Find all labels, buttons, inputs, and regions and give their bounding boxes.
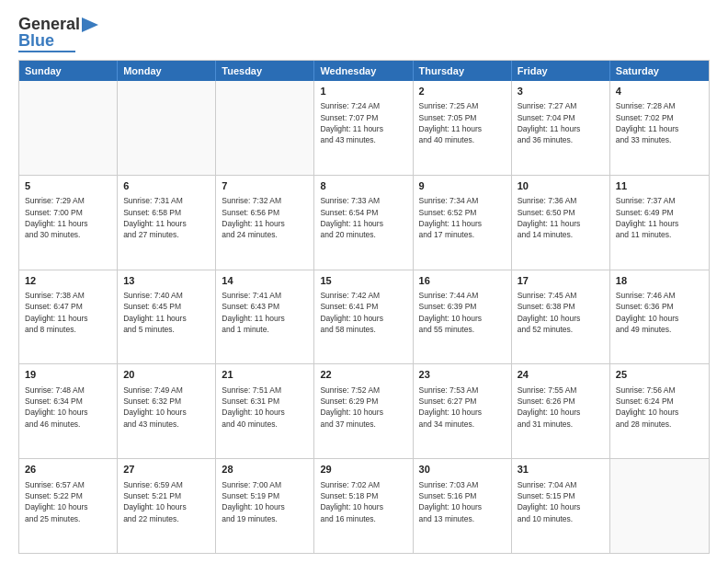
day-number: 23 (419, 368, 506, 382)
header-cell-sunday: Sunday (19, 61, 118, 81)
day-info: Sunrise: 7:00 AM Sunset: 5:19 PM Dayligh… (222, 479, 308, 524)
calendar-cell: 3Sunrise: 7:27 AM Sunset: 7:04 PM Daylig… (512, 81, 610, 175)
day-info: Sunrise: 7:29 AM Sunset: 7:00 PM Dayligh… (25, 195, 111, 240)
header-cell-tuesday: Tuesday (216, 61, 314, 81)
header-cell-wednesday: Wednesday (314, 61, 413, 81)
day-info: Sunrise: 7:25 AM Sunset: 7:05 PM Dayligh… (419, 100, 506, 145)
calendar-cell: 27Sunrise: 6:59 AM Sunset: 5:21 PM Dayli… (118, 459, 216, 553)
day-number: 5 (25, 179, 111, 193)
day-number: 17 (518, 274, 604, 288)
day-number: 3 (518, 85, 604, 98)
day-number: 29 (320, 463, 406, 477)
calendar-cell: 23Sunrise: 7:53 AM Sunset: 6:27 PM Dayli… (414, 364, 512, 458)
day-number: 20 (123, 368, 210, 382)
calendar-cell: 13Sunrise: 7:40 AM Sunset: 6:45 PM Dayli… (118, 270, 216, 364)
calendar-cell: 29Sunrise: 7:02 AM Sunset: 5:18 PM Dayli… (314, 459, 413, 553)
day-info: Sunrise: 7:33 AM Sunset: 6:54 PM Dayligh… (320, 195, 406, 240)
day-number: 2 (419, 85, 506, 98)
day-info: Sunrise: 7:04 AM Sunset: 5:15 PM Dayligh… (518, 479, 604, 524)
day-number: 25 (616, 368, 703, 382)
calendar-cell (216, 81, 314, 175)
day-info: Sunrise: 7:02 AM Sunset: 5:18 PM Dayligh… (320, 479, 406, 524)
day-info: Sunrise: 7:34 AM Sunset: 6:52 PM Dayligh… (419, 195, 506, 240)
day-number: 26 (25, 463, 111, 477)
day-number: 21 (222, 368, 308, 382)
day-number: 22 (320, 368, 406, 382)
calendar-row-4: 19Sunrise: 7:48 AM Sunset: 6:34 PM Dayli… (19, 363, 709, 458)
calendar-cell: 19Sunrise: 7:48 AM Sunset: 6:34 PM Dayli… (19, 364, 118, 458)
day-number: 15 (320, 274, 406, 288)
calendar-cell: 17Sunrise: 7:45 AM Sunset: 6:38 PM Dayli… (512, 270, 610, 364)
calendar-cell (19, 81, 118, 175)
day-info: Sunrise: 7:28 AM Sunset: 7:02 PM Dayligh… (616, 100, 703, 145)
day-number: 18 (616, 274, 703, 288)
calendar-row-2: 5Sunrise: 7:29 AM Sunset: 7:00 PM Daylig… (19, 175, 709, 270)
header: General Blue (18, 15, 710, 52)
calendar-cell: 31Sunrise: 7:04 AM Sunset: 5:15 PM Dayli… (512, 459, 610, 553)
calendar-cell: 4Sunrise: 7:28 AM Sunset: 7:02 PM Daylig… (610, 81, 709, 175)
day-info: Sunrise: 7:41 AM Sunset: 6:43 PM Dayligh… (222, 290, 308, 335)
logo-blue: Blue (18, 32, 54, 49)
calendar-row-1: 1Sunrise: 7:24 AM Sunset: 7:07 PM Daylig… (19, 81, 709, 175)
day-info: Sunrise: 7:36 AM Sunset: 6:50 PM Dayligh… (518, 195, 604, 240)
day-number: 10 (518, 179, 604, 193)
day-number: 6 (123, 179, 210, 193)
day-info: Sunrise: 6:57 AM Sunset: 5:22 PM Dayligh… (25, 479, 111, 524)
header-cell-friday: Friday (512, 61, 610, 81)
day-number: 19 (25, 368, 111, 382)
day-info: Sunrise: 7:32 AM Sunset: 6:56 PM Dayligh… (222, 195, 308, 240)
calendar-cell: 18Sunrise: 7:46 AM Sunset: 6:36 PM Dayli… (610, 270, 709, 364)
day-number: 9 (419, 179, 506, 193)
calendar-cell: 14Sunrise: 7:41 AM Sunset: 6:43 PM Dayli… (216, 270, 314, 364)
day-info: Sunrise: 7:37 AM Sunset: 6:49 PM Dayligh… (616, 195, 703, 240)
calendar-cell: 6Sunrise: 7:31 AM Sunset: 6:58 PM Daylig… (118, 176, 216, 270)
calendar-cell: 24Sunrise: 7:55 AM Sunset: 6:26 PM Dayli… (512, 364, 610, 458)
calendar-cell: 25Sunrise: 7:56 AM Sunset: 6:24 PM Dayli… (610, 364, 709, 458)
day-info: Sunrise: 6:59 AM Sunset: 5:21 PM Dayligh… (123, 479, 210, 524)
day-number: 1 (320, 85, 406, 98)
day-info: Sunrise: 7:40 AM Sunset: 6:45 PM Dayligh… (123, 290, 210, 335)
day-info: Sunrise: 7:24 AM Sunset: 7:07 PM Dayligh… (320, 100, 406, 145)
calendar-cell: 9Sunrise: 7:34 AM Sunset: 6:52 PM Daylig… (414, 176, 512, 270)
header-cell-thursday: Thursday (414, 61, 512, 81)
calendar-cell: 2Sunrise: 7:25 AM Sunset: 7:05 PM Daylig… (414, 81, 512, 175)
day-info: Sunrise: 7:27 AM Sunset: 7:04 PM Dayligh… (518, 100, 604, 145)
calendar-cell: 28Sunrise: 7:00 AM Sunset: 5:19 PM Dayli… (216, 459, 314, 553)
calendar-cell: 20Sunrise: 7:49 AM Sunset: 6:32 PM Dayli… (118, 364, 216, 458)
calendar-cell: 1Sunrise: 7:24 AM Sunset: 7:07 PM Daylig… (314, 81, 413, 175)
day-number: 24 (518, 368, 604, 382)
day-info: Sunrise: 7:38 AM Sunset: 6:47 PM Dayligh… (25, 290, 111, 335)
calendar-cell: 15Sunrise: 7:42 AM Sunset: 6:41 PM Dayli… (314, 270, 413, 364)
logo-arrow-icon (80, 17, 100, 32)
header-cell-saturday: Saturday (610, 61, 709, 81)
calendar-row-3: 12Sunrise: 7:38 AM Sunset: 6:47 PM Dayli… (19, 270, 709, 364)
page: General Blue SundayMondayTuesdayWednesda… (0, 0, 728, 563)
day-info: Sunrise: 7:42 AM Sunset: 6:41 PM Dayligh… (320, 290, 406, 335)
day-number: 14 (222, 274, 308, 288)
calendar-body: 1Sunrise: 7:24 AM Sunset: 7:07 PM Daylig… (19, 81, 709, 553)
calendar-header: SundayMondayTuesdayWednesdayThursdayFrid… (19, 61, 709, 81)
day-number: 28 (222, 463, 308, 477)
day-info: Sunrise: 7:52 AM Sunset: 6:29 PM Dayligh… (320, 385, 406, 430)
day-info: Sunrise: 7:03 AM Sunset: 5:16 PM Dayligh… (419, 479, 506, 524)
day-number: 11 (616, 179, 703, 193)
day-number: 4 (616, 85, 703, 98)
day-info: Sunrise: 7:53 AM Sunset: 6:27 PM Dayligh… (419, 385, 506, 430)
day-info: Sunrise: 7:56 AM Sunset: 6:24 PM Dayligh… (616, 385, 703, 430)
calendar-cell: 21Sunrise: 7:51 AM Sunset: 6:31 PM Dayli… (216, 364, 314, 458)
calendar-cell: 30Sunrise: 7:03 AM Sunset: 5:16 PM Dayli… (414, 459, 512, 553)
day-info: Sunrise: 7:49 AM Sunset: 6:32 PM Dayligh… (123, 385, 210, 430)
calendar-cell: 8Sunrise: 7:33 AM Sunset: 6:54 PM Daylig… (314, 176, 413, 270)
svg-marker-0 (82, 17, 98, 32)
calendar-row-5: 26Sunrise: 6:57 AM Sunset: 5:22 PM Dayli… (19, 458, 709, 553)
day-number: 13 (123, 274, 210, 288)
calendar-cell: 22Sunrise: 7:52 AM Sunset: 6:29 PM Dayli… (314, 364, 413, 458)
day-info: Sunrise: 7:48 AM Sunset: 6:34 PM Dayligh… (25, 385, 111, 430)
calendar-cell: 5Sunrise: 7:29 AM Sunset: 7:00 PM Daylig… (19, 176, 118, 270)
header-cell-monday: Monday (118, 61, 216, 81)
logo: General Blue (18, 15, 100, 52)
day-number: 7 (222, 179, 308, 193)
calendar-cell (118, 81, 216, 175)
day-number: 8 (320, 179, 406, 193)
calendar-cell: 7Sunrise: 7:32 AM Sunset: 6:56 PM Daylig… (216, 176, 314, 270)
